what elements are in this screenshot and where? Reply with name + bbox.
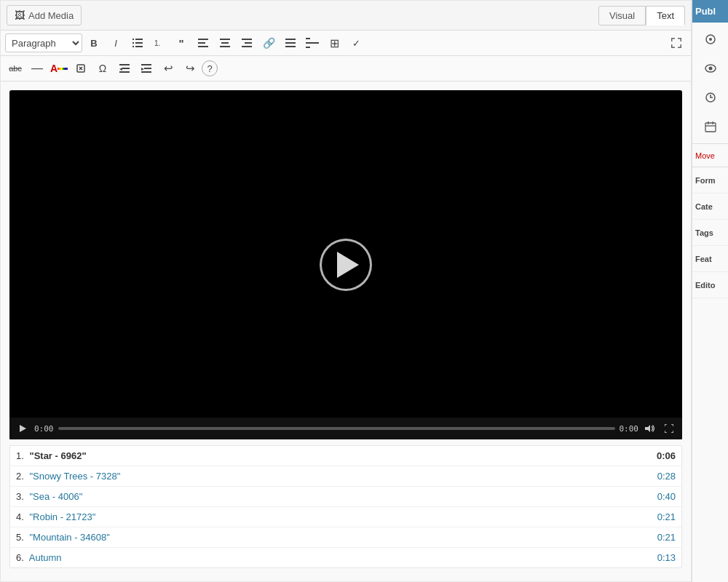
undo-button[interactable]: ↩ <box>158 59 178 78</box>
align-center-button[interactable] <box>215 33 235 52</box>
fullscreen-button[interactable] <box>666 33 687 52</box>
playlist: 1. "Star - 6962" 0:06 2. "Snowy Trees - … <box>9 445 682 568</box>
svg-rect-38 <box>705 123 716 132</box>
total-time: 0:00 <box>620 424 639 434</box>
revisions-icon[interactable] <box>700 87 721 108</box>
outdent-button[interactable] <box>114 59 135 78</box>
svg-rect-5 <box>135 46 143 47</box>
fullscreen-video-button[interactable] <box>662 421 676 436</box>
top-bar: 🖼 Add Media Visual Text <box>1 1 691 31</box>
editor-label: Edito <box>695 281 716 290</box>
item-5-title[interactable]: "Mountain - 34608" <box>29 532 109 543</box>
play-overlay-button[interactable] <box>320 239 372 291</box>
strikethrough-button[interactable]: abc <box>5 59 25 78</box>
item-3-duration: 0:40 <box>657 491 676 502</box>
svg-rect-9 <box>198 46 208 47</box>
ul-button[interactable] <box>127 33 148 52</box>
svg-rect-27 <box>141 64 151 65</box>
svg-rect-3 <box>135 42 143 44</box>
svg-rect-25 <box>119 71 130 73</box>
item-6-title-group: 6. Autumn <box>16 552 62 563</box>
playlist-item-3: 3. "Sea - 4006" 0:40 <box>10 487 681 507</box>
item-4-duration: 0:21 <box>657 511 676 522</box>
editor-section[interactable]: Edito <box>692 272 728 298</box>
view-tabs: Visual Text <box>598 6 685 25</box>
item-5-index: 5. <box>16 532 24 543</box>
svg-rect-21 <box>306 47 310 48</box>
indent-button[interactable] <box>136 59 157 78</box>
schedule-icon[interactable] <box>700 116 721 137</box>
insert-more-button[interactable] <box>302 33 323 52</box>
toolbar-toggle-button[interactable]: ⊞ <box>324 33 344 52</box>
item-2-title[interactable]: "Snowy Trees - 7328" <box>29 471 120 482</box>
help-button[interactable]: ? <box>202 60 218 76</box>
text-color-button[interactable]: A <box>49 59 69 78</box>
move-section: Move <box>692 144 728 167</box>
svg-marker-26 <box>119 68 122 71</box>
progress-bar[interactable] <box>58 427 615 430</box>
item-3-title[interactable]: "Sea - 4006" <box>29 491 82 502</box>
svg-rect-20 <box>306 38 310 39</box>
playlist-item-6: 6. Autumn 0:13 <box>10 548 681 567</box>
move-link[interactable]: Move <box>695 151 715 160</box>
align-justify-button[interactable] <box>280 33 301 52</box>
tags-label: Tags <box>695 228 713 237</box>
video-player[interactable]: 0:00 0:00 <box>9 90 682 439</box>
item-4-title[interactable]: "Robin - 21723" <box>29 511 95 522</box>
tab-text[interactable]: Text <box>646 6 685 25</box>
svg-rect-0 <box>132 39 134 40</box>
add-media-button[interactable]: 🖼 Add Media <box>7 5 82 25</box>
volume-button[interactable] <box>643 421 657 436</box>
blockquote-button[interactable]: " <box>171 33 191 52</box>
video-play-button[interactable] <box>15 421 30 436</box>
spellcheck-button[interactable]: ✓ <box>346 33 366 52</box>
special-chars-button[interactable]: Ω <box>92 59 113 78</box>
tags-section[interactable]: Tags <box>692 220 728 246</box>
svg-marker-31 <box>20 425 26 432</box>
italic-button[interactable]: I <box>106 33 126 52</box>
play-triangle-icon <box>337 252 359 278</box>
item-5-title-group: 5. "Mountain - 34608" <box>16 532 110 543</box>
item-6-index: 6. <box>16 552 24 563</box>
tab-visual[interactable]: Visual <box>598 6 646 25</box>
item-6-title[interactable]: Autumn <box>29 552 62 563</box>
align-right-button[interactable] <box>237 33 257 52</box>
svg-rect-28 <box>144 68 151 69</box>
paragraph-select[interactable]: Paragraph Heading 1 Heading 2 Heading 3 … <box>5 33 82 52</box>
bold-button[interactable]: B <box>84 33 104 52</box>
svg-point-34 <box>709 38 712 41</box>
playlist-item-2: 2. "Snowy Trees - 7328" 0:28 <box>10 466 681 487</box>
content-area: 0:00 0:00 <box>1 81 691 581</box>
align-left-button[interactable] <box>193 33 213 52</box>
item-2-duration: 0:28 <box>657 471 676 482</box>
svg-rect-4 <box>132 46 134 47</box>
categories-label: Cate <box>695 202 713 211</box>
svg-rect-10 <box>220 39 230 40</box>
svg-rect-17 <box>285 42 296 44</box>
clear-formatting-button[interactable] <box>71 59 91 78</box>
ol-button[interactable]: 1. <box>149 33 170 52</box>
svg-marker-30 <box>141 68 144 71</box>
format-section[interactable]: Form <box>692 167 728 194</box>
item-3-title-group: 3. "Sea - 4006" <box>16 491 82 502</box>
featured-image-section[interactable]: Feat <box>692 246 728 272</box>
item-4-title-group: 4. "Robin - 21723" <box>16 511 95 522</box>
text-color-icon: A <box>50 63 58 74</box>
save-draft-icon[interactable] <box>700 28 721 50</box>
preview-icon[interactable] <box>700 57 721 79</box>
link-button[interactable]: 🔗 <box>258 33 279 52</box>
color-bar <box>58 68 68 70</box>
svg-rect-15 <box>242 46 252 47</box>
categories-section[interactable]: Cate <box>692 194 728 220</box>
featured-image-label: Feat <box>695 255 712 263</box>
svg-rect-24 <box>122 68 130 69</box>
redo-button[interactable]: ↪ <box>180 59 200 78</box>
right-sidebar: Publ <box>692 0 728 582</box>
svg-point-36 <box>708 67 712 71</box>
current-time: 0:00 <box>34 424 54 434</box>
hr-button[interactable]: — <box>27 59 47 78</box>
item-1-title[interactable]: "Star - 6962" <box>29 450 86 461</box>
sidebar-icons-group <box>692 23 728 144</box>
item-4-index: 4. <box>16 511 24 522</box>
toolbar-row-1: Paragraph Heading 1 Heading 2 Heading 3 … <box>1 31 691 56</box>
